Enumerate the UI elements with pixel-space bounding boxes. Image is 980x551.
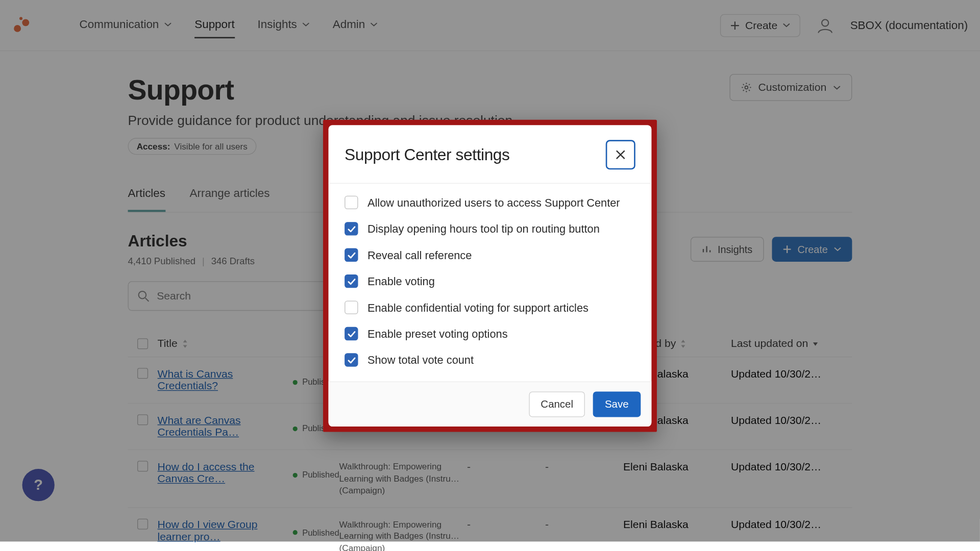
checkbox[interactable] (345, 196, 358, 209)
settings-option: Reveal call reference (345, 248, 635, 262)
cancel-button[interactable]: Cancel (529, 391, 584, 417)
settings-option: Display opening hours tool tip on routin… (345, 222, 635, 235)
option-label: Reveal call reference (368, 248, 472, 261)
check-icon (347, 329, 356, 338)
modal-title: Support Center settings (345, 145, 509, 164)
option-label: Show total vote count (368, 354, 474, 366)
checkbox[interactable] (345, 353, 358, 366)
close-button[interactable] (606, 140, 635, 169)
checkbox[interactable] (345, 274, 358, 288)
cancel-label: Cancel (541, 398, 573, 410)
option-label: Enable voting (368, 275, 435, 288)
settings-option: Enable voting (345, 274, 635, 288)
check-icon (347, 224, 356, 233)
check-icon (347, 356, 356, 364)
option-label: Enable preset voting options (368, 327, 508, 340)
save-button[interactable]: Save (593, 391, 641, 417)
check-icon (347, 251, 356, 259)
checkbox[interactable] (345, 300, 358, 314)
settings-option: Allow unauthorized users to access Suppo… (345, 196, 635, 209)
settings-option: Show total vote count (345, 353, 635, 366)
option-label: Enable confidential voting for support a… (368, 301, 589, 314)
checkbox[interactable] (345, 248, 358, 262)
settings-option: Enable confidential voting for support a… (345, 300, 635, 314)
close-icon (615, 149, 626, 160)
check-icon (347, 277, 356, 286)
checkbox[interactable] (345, 327, 358, 340)
option-label: Allow unauthorized users to access Suppo… (368, 196, 620, 209)
option-label: Display opening hours tool tip on routin… (368, 222, 600, 235)
save-label: Save (605, 398, 629, 410)
settings-modal: Support Center settings Allow unauthoriz… (323, 120, 657, 432)
settings-option: Enable preset voting options (345, 327, 635, 340)
checkbox[interactable] (345, 222, 358, 235)
